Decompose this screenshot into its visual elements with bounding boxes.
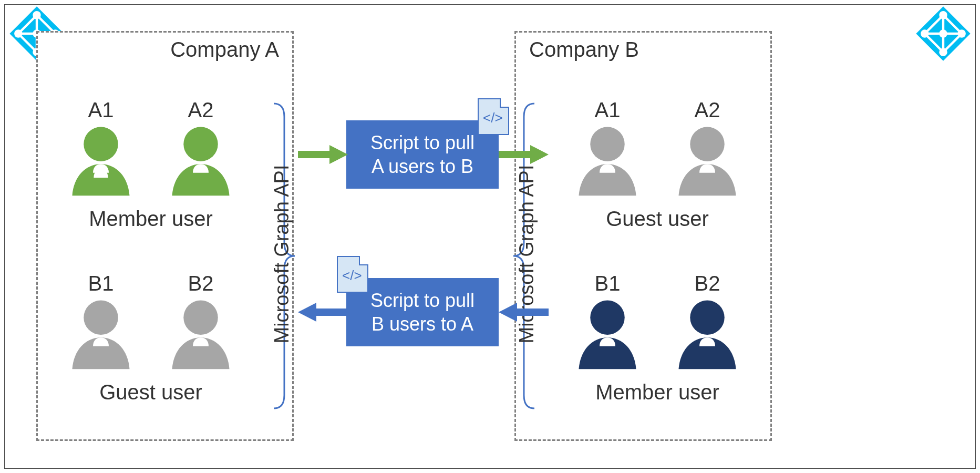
svg-point-14 <box>958 29 966 37</box>
script-file-icon: </> <box>337 256 368 293</box>
user-cell: B1 <box>56 272 146 376</box>
svg-point-17 <box>939 29 947 37</box>
group-label: Guest user <box>51 381 251 404</box>
code-glyph: </> <box>342 268 362 284</box>
company-a-title: Company A <box>170 38 279 61</box>
svg-point-16 <box>921 29 929 37</box>
user-id: B1 <box>56 272 146 295</box>
svg-marker-27 <box>329 145 348 164</box>
arrow-right-icon <box>499 144 549 165</box>
user-id: B1 <box>563 272 652 295</box>
script-file-icon: </> <box>478 98 509 135</box>
svg-point-19 <box>183 127 218 161</box>
arrow-left-icon <box>499 302 549 323</box>
svg-marker-29 <box>530 145 549 164</box>
script-text-line1: Script to pull <box>370 290 474 311</box>
company-a-box: Company A A1 A2 Member user B1 <box>36 31 294 441</box>
diagram-canvas: Company A A1 A2 Member user B1 <box>4 4 976 469</box>
api-label: Microsoft Graph API <box>515 149 538 359</box>
user-cell: B1 <box>563 272 652 376</box>
svg-marker-33 <box>298 303 316 322</box>
arrow-right-icon <box>298 144 348 165</box>
group-label: Member user <box>558 381 757 404</box>
svg-point-23 <box>690 127 724 161</box>
company-b-guest-users: A1 A2 Guest user <box>558 98 757 231</box>
azure-ad-icon <box>914 5 972 63</box>
user-cell: A1 <box>56 98 146 203</box>
svg-point-22 <box>590 127 624 161</box>
person-icon <box>64 297 138 376</box>
person-icon <box>164 297 238 376</box>
person-icon <box>64 124 138 203</box>
group-label: Member user <box>51 207 251 231</box>
svg-point-15 <box>939 48 947 56</box>
user-id: A2 <box>663 98 752 122</box>
user-cell: B2 <box>663 272 752 376</box>
user-id: A1 <box>563 98 652 122</box>
script-text-line2: B users to A <box>372 313 473 335</box>
person-icon <box>571 124 644 203</box>
svg-point-4 <box>33 11 40 19</box>
company-b-member-users: B1 B2 Member user <box>558 272 757 404</box>
company-b-title: Company B <box>529 38 639 61</box>
company-a-member-users: A1 A2 Member user <box>51 98 251 231</box>
svg-marker-31 <box>499 303 517 322</box>
person-icon <box>164 124 238 203</box>
svg-point-24 <box>590 300 624 334</box>
api-label: Microsoft Graph API <box>271 149 293 359</box>
script-text-line2: A users to B <box>372 156 473 177</box>
arrow-left-icon <box>298 302 348 323</box>
user-cell: A1 <box>563 98 652 203</box>
user-id: B2 <box>156 272 245 295</box>
script-text-line1: Script to pull <box>370 132 474 153</box>
user-id: A1 <box>56 98 146 122</box>
code-glyph: </> <box>483 110 503 126</box>
user-cell: A2 <box>156 98 245 203</box>
user-cell: A2 <box>663 98 752 203</box>
company-a-guest-users: B1 B2 Guest user <box>51 272 251 404</box>
svg-point-7 <box>14 29 22 37</box>
svg-point-18 <box>84 127 118 161</box>
company-b-box: Company B A1 A2 Guest user B1 <box>514 31 772 441</box>
group-label: Guest user <box>558 207 757 231</box>
svg-point-21 <box>183 300 218 334</box>
svg-point-20 <box>84 300 118 334</box>
person-icon <box>571 297 644 376</box>
svg-point-25 <box>690 300 724 334</box>
script-a-to-b: Script to pull A users to B <box>346 120 499 189</box>
user-id: A2 <box>156 98 245 122</box>
svg-point-13 <box>939 11 947 19</box>
user-cell: B2 <box>156 272 245 376</box>
person-icon <box>670 297 744 376</box>
script-b-to-a: Script to pull B users to A <box>346 278 499 346</box>
person-icon <box>670 124 744 203</box>
user-id: B2 <box>663 272 752 295</box>
